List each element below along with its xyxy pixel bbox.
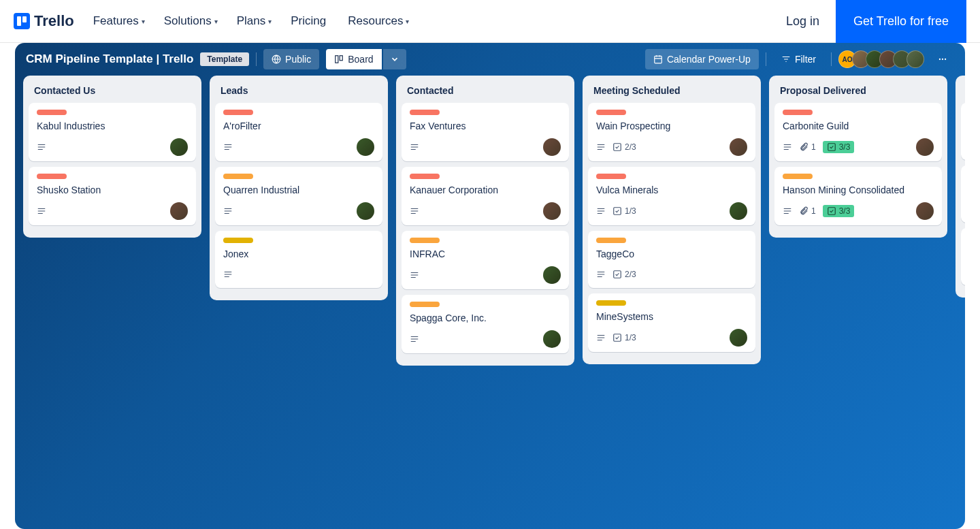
card-footer <box>37 202 188 220</box>
description-badge <box>223 142 233 152</box>
card-member-avatar[interactable] <box>543 202 561 220</box>
attachment-icon <box>799 206 808 216</box>
calendar-powerup-button[interactable]: Calendar Power-Up <box>645 49 759 69</box>
card-member-avatar[interactable] <box>916 202 934 220</box>
card-label[interactable] <box>596 300 626 306</box>
list-title[interactable]: Contacted <box>402 82 569 103</box>
board-view-button[interactable]: Board <box>326 49 381 69</box>
login-link[interactable]: Log in <box>770 14 836 29</box>
card-title: Quarren Industrial <box>223 185 374 195</box>
card-label[interactable] <box>596 174 626 179</box>
description-badge <box>596 333 606 342</box>
card-title: A'roFilter <box>223 121 374 131</box>
card[interactable]: Ca <box>961 165 965 223</box>
card-label[interactable] <box>410 302 440 307</box>
description-badge <box>410 142 419 152</box>
calendar-icon <box>653 54 663 64</box>
svg-rect-7 <box>614 144 621 151</box>
checklist-icon <box>612 270 622 279</box>
card[interactable]: TaggeCo2/3 <box>588 231 755 288</box>
board-view-dropdown[interactable] <box>383 49 406 69</box>
card-member-avatar[interactable] <box>730 138 747 156</box>
public-button[interactable]: Public <box>263 49 319 69</box>
card[interactable]: Wain Prospecting2/3 <box>588 103 755 161</box>
checklist-badge: 3/3 <box>823 205 855 217</box>
nav-right: Log in Get Trello for free <box>770 0 966 43</box>
card-title: Jonex <box>223 249 374 259</box>
nav-solutions[interactable]: Solutions▾ <box>164 14 218 28</box>
card-title: Carbonite Guild <box>783 121 934 131</box>
list-title[interactable]: W <box>961 82 965 103</box>
attachment-badge: 1 <box>799 206 816 216</box>
card[interactable]: Kabul Industries <box>29 103 196 161</box>
card-label[interactable] <box>223 110 253 115</box>
card-label[interactable] <box>410 110 440 115</box>
svg-point-6 <box>945 59 946 60</box>
card-label[interactable] <box>783 174 813 179</box>
card-label[interactable] <box>410 238 440 243</box>
board-menu-button[interactable] <box>931 50 954 69</box>
svg-rect-3 <box>655 56 662 63</box>
list-title[interactable]: Meeting Scheduled <box>588 82 755 103</box>
card-member-avatar[interactable] <box>543 330 561 348</box>
card-title: INFRAC <box>410 249 561 259</box>
description-badge <box>410 206 419 216</box>
member-avatar[interactable] <box>906 50 924 68</box>
filter-button[interactable]: Filter <box>773 49 824 69</box>
card-label[interactable] <box>223 174 253 179</box>
card-member-avatar[interactable] <box>730 329 747 347</box>
nav-plans[interactable]: Plans▾ <box>237 14 272 28</box>
list-title[interactable]: Leads <box>215 82 382 103</box>
checklist-badge: 1/3 <box>612 333 636 342</box>
card-member-avatar[interactable] <box>543 266 561 284</box>
card-label[interactable] <box>783 110 813 115</box>
card-label[interactable] <box>223 238 253 243</box>
card-title: MineSystems <box>596 311 747 322</box>
card-footer <box>223 266 374 283</box>
card-member-avatar[interactable] <box>916 138 934 156</box>
card[interactable]: Hanson Mining Consolidated13/3 <box>774 167 942 225</box>
card[interactable]: Ra <box>961 228 965 285</box>
card[interactable]: Tu <box>961 103 965 160</box>
card-footer <box>410 330 561 348</box>
card[interactable]: Carbonite Guild13/3 <box>774 103 942 161</box>
card-label[interactable] <box>596 110 626 115</box>
card-member-avatar[interactable] <box>730 202 747 220</box>
card[interactable]: Kanauer Corporation <box>402 167 569 225</box>
svg-rect-11 <box>828 144 835 151</box>
card[interactable]: INFRAC <box>402 231 569 289</box>
svg-point-4 <box>939 59 941 60</box>
list: Contacted UsKabul IndustriesShusko Stati… <box>23 76 201 238</box>
nav-features[interactable]: Features▾ <box>93 14 145 28</box>
card[interactable]: Jonex <box>215 231 382 288</box>
get-trello-button[interactable]: Get Trello for free <box>836 0 966 43</box>
description-icon <box>410 334 419 344</box>
card-member-avatar[interactable] <box>543 138 561 156</box>
description-icon <box>410 270 419 280</box>
card[interactable]: MineSystems1/3 <box>588 293 755 352</box>
filter-icon <box>781 54 791 64</box>
card[interactable]: Fax Ventures <box>402 103 569 161</box>
card-label[interactable] <box>37 110 67 115</box>
card[interactable]: Spagga Core, Inc. <box>402 295 569 353</box>
card-member-avatar[interactable] <box>357 202 374 220</box>
description-badge <box>410 270 419 280</box>
nav-pricing[interactable]: Pricing <box>291 14 329 28</box>
trello-logo[interactable]: Trello <box>14 12 74 30</box>
chevron-down-icon: ▾ <box>406 18 409 25</box>
attachment-icon <box>799 142 808 152</box>
list-title[interactable]: Proposal Delivered <box>774 82 942 103</box>
card-member-avatar[interactable] <box>357 138 374 156</box>
nav-resources[interactable]: Resources▾ <box>348 14 409 28</box>
card-label[interactable] <box>37 174 67 179</box>
card-label[interactable] <box>410 174 440 179</box>
list-title[interactable]: Contacted Us <box>29 82 196 103</box>
card-member-avatar[interactable] <box>170 202 188 220</box>
card[interactable]: Quarren Industrial <box>215 167 382 225</box>
card-label[interactable] <box>596 238 626 243</box>
card[interactable]: Vulca Minerals1/3 <box>588 167 755 225</box>
svg-rect-9 <box>614 271 621 278</box>
card[interactable]: A'roFilter <box>215 103 382 161</box>
card[interactable]: Shusko Station <box>29 167 196 225</box>
card-member-avatar[interactable] <box>170 138 188 156</box>
